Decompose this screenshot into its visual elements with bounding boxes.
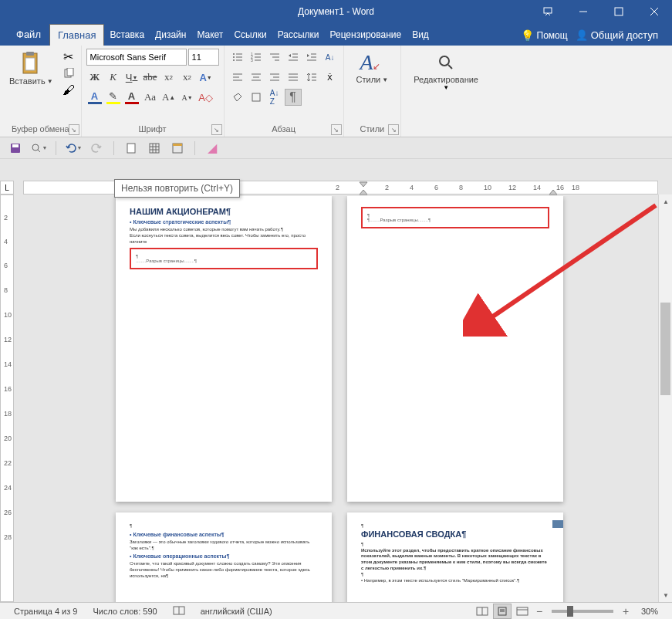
- decrease-indent-button[interactable]: [285, 49, 302, 66]
- zoom-in-button[interactable]: +: [620, 605, 632, 617]
- highlight-color-button[interactable]: ✎: [105, 89, 122, 106]
- save-icon: [9, 142, 22, 154]
- insert-table-button[interactable]: [145, 139, 164, 157]
- font-size-input[interactable]: [188, 49, 219, 66]
- minimize-button[interactable]: [566, 0, 601, 22]
- strikethrough-button[interactable]: abe: [142, 69, 159, 86]
- multilevel-list-button[interactable]: [266, 49, 283, 66]
- tab-insert[interactable]: Вставка: [104, 24, 150, 46]
- tell-me-label[interactable]: Помощ: [537, 30, 568, 41]
- insert-picture-button[interactable]: [168, 139, 187, 157]
- eraser-button[interactable]: ◢: [203, 139, 221, 157]
- save-button[interactable]: [6, 139, 25, 157]
- numbering-icon: 123: [251, 52, 262, 63]
- justify-icon: [288, 72, 299, 83]
- scroll-down-button[interactable]: ▼: [659, 588, 672, 602]
- cut-button[interactable]: ✂: [61, 49, 76, 64]
- share-button[interactable]: 👤 Общий доступ: [568, 25, 666, 46]
- text-effects-button[interactable]: A▼: [198, 69, 214, 86]
- tab-references[interactable]: Ссылки: [228, 24, 272, 46]
- status-page[interactable]: Страница 4 из 9: [6, 607, 85, 616]
- tab-review[interactable]: Рецензирование: [324, 24, 407, 46]
- subscript-button[interactable]: x2: [160, 69, 177, 86]
- document-page[interactable]: ¶ • Ключевые финансовые аспекты¶ Заголов…: [116, 512, 332, 602]
- indent-marker[interactable]: [359, 181, 368, 195]
- asian-layout-button[interactable]: X̂: [322, 69, 339, 86]
- right-indent-marker[interactable]: [549, 181, 558, 195]
- document-page[interactable]: ¶ ФИНАНСОВАЯ СВОДКА¶ ¶ Используйте этот …: [347, 512, 563, 602]
- tab-indicator[interactable]: L: [0, 181, 14, 194]
- format-painter-button[interactable]: 🖌: [61, 83, 76, 98]
- redo-button[interactable]: [87, 139, 106, 157]
- quick-print-button[interactable]: ▼: [29, 139, 48, 157]
- tab-file[interactable]: Файл: [8, 23, 49, 46]
- sort-button[interactable]: A↓: [322, 49, 339, 66]
- svg-rect-7: [25, 58, 35, 70]
- styles-launcher[interactable]: ↘: [388, 124, 399, 135]
- line-spacing-button[interactable]: [303, 69, 320, 86]
- italic-button[interactable]: К: [105, 69, 122, 86]
- paste-button[interactable]: Вставить ▼: [5, 49, 58, 87]
- read-mode-button[interactable]: [473, 604, 491, 619]
- text-highlight-button[interactable]: A: [86, 89, 103, 106]
- svg-line-52: [38, 150, 40, 152]
- shrink-font-button[interactable]: A▼: [179, 89, 196, 106]
- find-button[interactable]: Редактирование ▼: [406, 49, 486, 93]
- pen-icon: ✎: [109, 90, 117, 102]
- zoom-level[interactable]: 30%: [633, 607, 666, 616]
- svg-point-47: [440, 56, 449, 66]
- zoom-slider[interactable]: [552, 610, 613, 613]
- insert-page-button[interactable]: [122, 139, 140, 157]
- status-word-count[interactable]: Число слов: 590: [85, 607, 164, 616]
- svg-text:3: 3: [251, 58, 253, 63]
- vertical-ruler[interactable]: 2 4 6 8 10 12 14 16 18 20 22 24 26 28: [0, 194, 14, 602]
- status-language[interactable]: английский (США): [193, 607, 280, 616]
- align-right-button[interactable]: [266, 69, 283, 86]
- bold-button[interactable]: Ж: [86, 69, 103, 86]
- svg-rect-9: [67, 68, 73, 76]
- tab-view[interactable]: Вид: [407, 24, 434, 46]
- tab-layout[interactable]: Макет: [191, 24, 228, 46]
- borders-button[interactable]: [248, 89, 265, 106]
- sort-za-button[interactable]: A↓Z: [266, 89, 283, 106]
- shading-button[interactable]: [229, 89, 246, 106]
- numbering-button[interactable]: 123: [248, 49, 265, 66]
- close-button[interactable]: [637, 0, 672, 22]
- styles-button[interactable]: A↙ Стили ▼: [349, 49, 397, 86]
- underline-button[interactable]: Ч ▼: [123, 69, 140, 86]
- zoom-out-button[interactable]: −: [533, 605, 545, 617]
- increase-indent-button[interactable]: [303, 49, 320, 66]
- spacing-icon: [306, 72, 317, 83]
- ribbon-options-button[interactable]: [530, 0, 566, 22]
- paragraph-launcher[interactable]: ↘: [331, 124, 342, 135]
- print-layout-button[interactable]: [493, 604, 512, 619]
- clear-formatting-button[interactable]: A◇: [198, 89, 214, 106]
- bullets-button[interactable]: [229, 49, 246, 66]
- font-name-input[interactable]: [86, 49, 187, 66]
- web-layout-button[interactable]: [513, 604, 532, 619]
- tab-mailings[interactable]: Рассылки: [272, 24, 325, 46]
- font-color-button[interactable]: A: [123, 89, 140, 106]
- show-marks-button[interactable]: ¶: [285, 89, 302, 106]
- font-launcher[interactable]: ↘: [211, 124, 222, 135]
- quick-access-toolbar: ▼ ▼ ◢: [0, 137, 672, 159]
- justify-button[interactable]: [285, 69, 302, 86]
- zoom-thumb[interactable]: [567, 606, 573, 617]
- pilcrow-icon: ¶: [289, 90, 296, 104]
- maximize-button[interactable]: [601, 0, 637, 22]
- grow-font-button[interactable]: A▲: [160, 89, 177, 106]
- brush-icon: 🖌: [62, 83, 75, 97]
- align-left-button[interactable]: [229, 69, 246, 86]
- document-page[interactable]: НАШИМ АКЦИОНЕРАМ¶ • Ключевые стратегичес…: [116, 196, 332, 502]
- tab-home[interactable]: Главная: [49, 24, 104, 46]
- page-heading: НАШИМ АКЦИОНЕРАМ¶: [130, 207, 318, 216]
- change-case-button[interactable]: Aa: [142, 89, 159, 106]
- align-center-button[interactable]: [248, 69, 265, 86]
- copy-button[interactable]: [61, 66, 76, 81]
- undo-button[interactable]: ▼: [64, 139, 83, 157]
- superscript-button[interactable]: x2: [179, 69, 196, 86]
- status-spellcheck[interactable]: [165, 605, 193, 617]
- clipboard-launcher[interactable]: ↘: [69, 124, 79, 135]
- tab-design[interactable]: Дизайн: [150, 24, 191, 46]
- table-icon: [148, 142, 160, 154]
